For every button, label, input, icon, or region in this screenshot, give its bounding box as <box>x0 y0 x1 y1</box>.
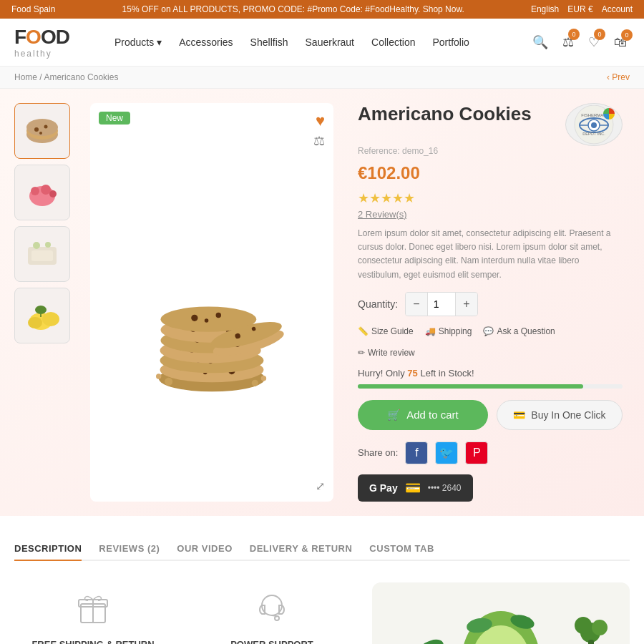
quantity-row: Quantity: − + <box>358 292 623 316</box>
zoom-button[interactable]: ⤢ <box>316 479 325 493</box>
product-reference: Reference: demo_16 <box>358 146 623 156</box>
quantity-increase[interactable]: + <box>456 293 477 316</box>
gpay-label: G Pay <box>369 482 398 494</box>
stock-bar <box>358 384 623 389</box>
svg-point-82 <box>592 620 608 635</box>
cart-badge: 0 <box>621 29 633 41</box>
buy-one-click-label: Buy In One Click <box>531 409 605 421</box>
svg-point-51 <box>156 374 161 379</box>
svg-point-3 <box>34 127 39 132</box>
wishlist-icon[interactable]: ♥ <box>316 112 325 130</box>
top-bar-account[interactable]: Account <box>602 4 633 14</box>
svg-point-41 <box>191 315 197 321</box>
svg-point-43 <box>205 319 209 323</box>
twitter-share-button[interactable]: 🐦 <box>435 441 458 464</box>
svg-point-7 <box>31 187 39 195</box>
product-reviews[interactable]: 2 Review(s) <box>358 209 623 220</box>
svg-point-4 <box>44 125 48 129</box>
nav-shellfish[interactable]: Shellfish <box>243 32 296 52</box>
compare-button[interactable]: ⚖ 0 <box>560 31 577 53</box>
quantity-controls: − + <box>405 292 478 316</box>
tab-description[interactable]: DESCRIPTION <box>14 537 82 561</box>
thumbnail-2-img <box>21 171 64 214</box>
tab-delivery[interactable]: DELIVERY & RETURN <box>250 537 353 561</box>
nav-accessories[interactable]: Accessories <box>172 32 240 52</box>
write-review-link[interactable]: ✏ Write review <box>358 348 415 358</box>
compare-badge: 0 <box>568 29 580 40</box>
facebook-share-button[interactable]: f <box>405 441 428 464</box>
svg-point-9 <box>49 190 57 197</box>
thumbnail-1[interactable] <box>14 103 70 159</box>
svg-point-2 <box>26 119 58 136</box>
svg-text:DEPOT INC.: DEPOT INC. <box>582 132 605 136</box>
feature-support: POWER SUPPORT We support online 24/7 on … <box>193 582 351 644</box>
size-guide-link[interactable]: 📏 Size Guide <box>358 326 414 336</box>
product-description: Lorem ipsum dolor sit amet, consectetur … <box>358 227 623 282</box>
thumbnail-2[interactable] <box>14 165 70 220</box>
svg-point-17 <box>35 306 47 314</box>
nav-products[interactable]: Products ▾ <box>107 32 169 52</box>
svg-point-15 <box>42 312 59 326</box>
tab-reviews[interactable]: REVIEWS (2) <box>99 537 160 561</box>
feature-1-title: FREE SHIPPING & RETURN <box>21 639 165 644</box>
logo[interactable]: FOOD healthy <box>14 26 79 59</box>
tab-custom[interactable]: CUSTOM TAB <box>369 537 434 561</box>
wishlist-button[interactable]: ♡ 0 <box>585 31 602 53</box>
svg-rect-84 <box>588 640 594 644</box>
features-grid: FREE SHIPPING & RETURN Free Shipping on … <box>14 582 630 644</box>
main-nav: Products ▾ Accessories Shellfish Sauerkr… <box>107 32 515 52</box>
stock-alert-text: Hurry! Only <box>358 368 405 379</box>
svg-point-68 <box>275 616 279 620</box>
shipping-link[interactable]: 🚚 Shipping <box>425 326 472 336</box>
compare-icon[interactable]: ⚖ <box>313 133 325 149</box>
breadcrumb-home[interactable]: Home <box>14 72 37 82</box>
ask-question-link[interactable]: 💬 Ask a Question <box>483 326 555 336</box>
cart-button[interactable]: 🛍 0 <box>611 32 630 53</box>
share-row: Share on: f 🐦 P <box>358 441 623 464</box>
header: FOOD healthy Products ▾ Accessories Shel… <box>0 19 644 67</box>
top-bar-currency[interactable]: EUR € <box>567 4 592 14</box>
svg-point-5 <box>39 132 42 135</box>
svg-point-16 <box>28 317 42 328</box>
tabs-nav: DESCRIPTION REVIEWS (2) OUR VIDEO DELIVE… <box>14 537 630 561</box>
thumbnail-4[interactable] <box>14 288 70 343</box>
add-to-cart-button[interactable]: 🛒 Add to cart <box>358 400 488 430</box>
pinterest-share-button[interactable]: P <box>465 441 488 464</box>
buy-one-click-button[interactable]: 💳 Buy In One Click <box>497 400 623 430</box>
headset-icon <box>200 590 343 632</box>
stock-text: Left in Stock! <box>420 368 474 379</box>
stock-fill <box>358 384 583 389</box>
cart-icon: 🛒 <box>387 409 401 421</box>
top-bar-location: Food Spain <box>11 4 55 14</box>
nav-portfolio[interactable]: Portfolio <box>426 32 477 52</box>
svg-point-83 <box>575 617 592 634</box>
quantity-input[interactable] <box>427 293 456 316</box>
product-section: New ♥ ⚖ <box>0 89 644 516</box>
share-label: Share on: <box>358 447 398 458</box>
svg-rect-11 <box>31 250 53 261</box>
nav-sauerkraut[interactable]: Sauerkraut <box>298 32 361 52</box>
food-svg <box>372 582 630 644</box>
quantity-decrease[interactable]: − <box>406 293 427 316</box>
header-icons: 🔍 ⚖ 0 ♡ 0 🛍 0 <box>530 31 630 53</box>
svg-point-59 <box>591 122 597 128</box>
breadcrumb: Home / Americano Cookies ‹ Prev <box>0 67 644 89</box>
buy-icon: 💳 <box>513 409 525 421</box>
add-to-cart-label: Add to cart <box>406 409 459 421</box>
product-stars: ★★★★★ <box>358 190 623 206</box>
tab-video[interactable]: OUR VIDEO <box>177 537 232 561</box>
search-button[interactable]: 🔍 <box>530 31 551 53</box>
brand-logo: FISHERMAN DEPOT INC. <box>565 103 623 146</box>
feature-free-shipping: FREE SHIPPING & RETURN Free Shipping on … <box>14 582 172 644</box>
thumbnail-4-img <box>21 294 64 337</box>
top-bar-language[interactable]: English <box>531 4 559 14</box>
breadcrumb-path: Home / Americano Cookies <box>14 72 118 82</box>
nav-collection[interactable]: Collection <box>364 32 422 52</box>
breadcrumb-current: Americano Cookies <box>44 72 118 82</box>
thumbnail-3[interactable] <box>14 226 70 282</box>
gift-icon <box>21 590 165 632</box>
breadcrumb-prev[interactable]: ‹ Prev <box>607 72 630 82</box>
svg-point-54 <box>261 376 266 381</box>
wishlist-badge: 0 <box>594 29 605 40</box>
product-info: Americano Cookies FISHERMAN DEPOT INC. <box>351 103 630 502</box>
